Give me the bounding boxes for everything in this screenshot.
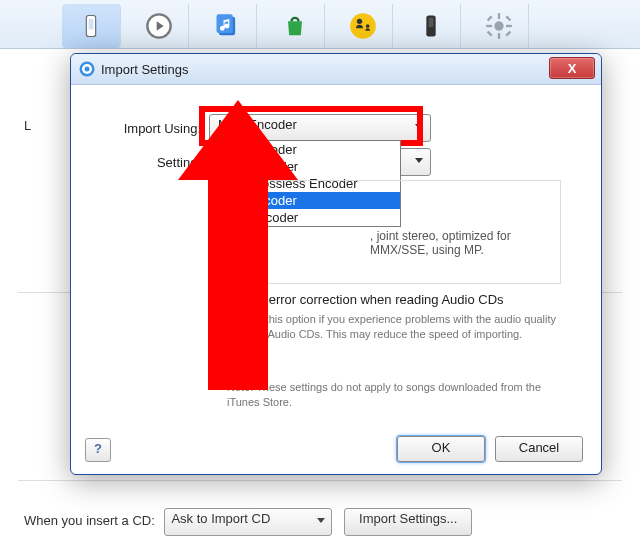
gear-icon — [485, 12, 513, 40]
svg-rect-19 — [505, 31, 511, 37]
phone-icon — [77, 12, 105, 40]
svg-rect-15 — [506, 25, 512, 27]
dialog-titlebar: Import Settings X — [71, 54, 601, 85]
svg-point-11 — [494, 21, 503, 30]
setting-label: Setting: — [83, 155, 209, 170]
svg-point-6 — [350, 13, 376, 39]
svg-rect-14 — [486, 25, 492, 27]
shopping-bag-icon — [281, 12, 309, 40]
cancel-button[interactable]: Cancel — [495, 436, 583, 462]
ok-button[interactable]: OK — [397, 436, 485, 462]
insert-cd-select[interactable]: Ask to Import CD — [164, 508, 332, 536]
svg-rect-18 — [487, 31, 493, 37]
error-correction-hint: Use this option if you experience proble… — [243, 312, 563, 343]
divider — [18, 480, 622, 481]
encoder-option-aiff[interactable]: AIFF Encoder — [210, 158, 400, 175]
toolbar-tab-play[interactable] — [130, 4, 189, 48]
svg-rect-17 — [505, 16, 511, 22]
error-correction-label: Use error correction when reading Audio … — [242, 292, 504, 307]
insert-cd-row: When you insert a CD: Ask to Import CD I… — [24, 508, 472, 536]
import-using-select[interactable]: MP3 Encoder — [209, 114, 431, 142]
toolbar-tab-device[interactable] — [62, 4, 121, 48]
toolbar-tab-settings[interactable] — [470, 4, 529, 48]
music-icon — [213, 12, 241, 40]
svg-rect-16 — [487, 16, 493, 22]
import-using-label: Import Using: — [83, 121, 209, 136]
svg-rect-13 — [498, 33, 500, 39]
svg-point-8 — [366, 24, 370, 28]
import-settings-button[interactable]: Import Settings... — [344, 508, 472, 536]
play-icon — [145, 12, 173, 40]
error-correction-row: Use error correction when reading Audio … — [223, 292, 504, 307]
toolbar-tab-parental[interactable] — [334, 4, 393, 48]
dialog-body: Import Using: MP3 Encoder Setting: AAC E… — [83, 92, 589, 424]
svg-point-7 — [357, 19, 362, 24]
dialog-title: Import Settings — [101, 62, 188, 77]
svg-rect-10 — [429, 18, 434, 27]
device-icon — [417, 12, 445, 40]
close-icon: X — [568, 61, 577, 76]
svg-rect-12 — [498, 13, 500, 19]
svg-point-22 — [85, 67, 90, 72]
close-button[interactable]: X — [549, 57, 595, 79]
details-text: , joint stereo, optimized for MMX/SSE, u… — [370, 229, 550, 257]
page-left-glimpse: L — [24, 118, 31, 133]
help-button[interactable]: ? — [85, 438, 111, 462]
toolbar-tab-store[interactable] — [266, 4, 325, 48]
parental-icon — [349, 12, 377, 40]
toolbar-tab-music[interactable] — [198, 4, 257, 48]
import-using-row: Import Using: MP3 Encoder — [83, 114, 589, 142]
svg-rect-1 — [89, 19, 94, 30]
import-settings-dialog: Import Settings X Import Using: MP3 Enco… — [70, 53, 602, 475]
details-box: , joint stereo, optimized for MMX/SSE, u… — [209, 180, 561, 284]
store-note: Note: These settings do not apply to son… — [227, 380, 557, 411]
encoder-option-aac[interactable]: AAC Encoder — [210, 141, 400, 158]
toolbar-tab-ipod[interactable] — [402, 4, 461, 48]
error-correction-checkbox[interactable] — [223, 294, 236, 307]
insert-cd-label: When you insert a CD: — [24, 513, 155, 528]
main-toolbar — [0, 0, 640, 49]
app-icon — [79, 61, 95, 77]
